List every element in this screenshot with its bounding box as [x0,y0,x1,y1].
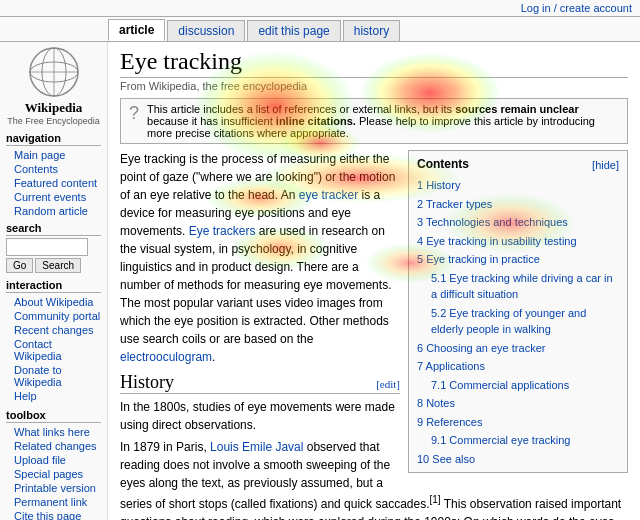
eye-tracker-link[interactable]: eye tracker [299,188,358,202]
contents-item: 1 History [417,176,619,195]
sidebar-item-related-changes[interactable]: Related changes [6,439,101,453]
contents-hide-link[interactable]: [hide] [592,157,619,174]
sidebar-item-whatlinks[interactable]: What links here [6,425,101,439]
search-section: search Go Search [6,222,101,273]
go-button[interactable]: Go [6,258,33,273]
contents-item: 5 Eye tracking in practice [417,250,619,269]
sidebar-item-random[interactable]: Random article [6,204,101,218]
interaction-section: interaction About Wikipedia Community po… [6,279,101,403]
sidebar-item-permanent[interactable]: Permanent link [6,495,101,509]
sidebar-item-current[interactable]: Current events [6,190,101,204]
javal-link[interactable]: Louis Emile Javal [210,440,303,454]
tab-edit[interactable]: edit this page [247,20,340,41]
tab-article[interactable]: article [108,19,165,41]
sidebar-item-contact[interactable]: Contact Wikipedia [6,337,101,363]
contents-item: 5.1 Eye tracking while driving a car in … [417,269,619,304]
sidebar: Wikipedia The Free Encyclopedia navigati… [0,42,108,520]
warning-icon: ? [129,103,139,124]
sidebar-item-cite[interactable]: Cite this page [6,509,101,520]
top-bar: Log in / create account [0,0,640,17]
eye-trackers-link[interactable]: Eye trackers [189,224,256,238]
tab-history[interactable]: history [343,20,400,41]
search-title: search [6,222,101,236]
search-buttons: Go Search [6,258,101,273]
contents-item: 6 Choosing an eye tracker [417,339,619,358]
sidebar-item-donate[interactable]: Donate to Wikipedia [6,363,101,389]
sidebar-item-contents[interactable]: Contents [6,162,101,176]
history-heading: History [edit] [120,372,400,394]
contents-title: Contents [417,155,469,173]
page-title: Eye tracking [120,48,628,78]
contents-link-6[interactable]: 6 Choosing an eye tracker [417,342,545,354]
interaction-title: interaction [6,279,101,293]
contents-link-51[interactable]: 5.1 Eye tracking while driving a car in … [431,272,613,301]
electrooculogram-link[interactable]: electrooculogram [120,350,212,364]
history-p2: In 1879 in Paris, Louis Emile Javal obse… [120,438,628,520]
sidebar-logo: Wikipedia The Free Encyclopedia [6,46,101,126]
contents-item: 3 Technologies and techniques [417,213,619,232]
history-heading-text: History [120,372,174,393]
contents-link-4[interactable]: 4 Eye tracking in usability testing [417,235,577,247]
article-body: Contents [hide] 1 History 2 Tracker type… [120,150,628,366]
main-layout: Wikipedia The Free Encyclopedia navigati… [0,42,640,520]
content-area: Eye tracking From Wikipedia, the free en… [108,42,640,520]
contents-link-3[interactable]: 3 Technologies and techniques [417,216,568,228]
contents-item: 7 Applications [417,357,619,376]
contents-item: 5.2 Eye tracking of younger and elderly … [417,304,619,339]
history-p1: In the 1800s, studies of eye movements w… [120,398,628,434]
sidebar-item-printable[interactable]: Printable version [6,481,101,495]
wikipedia-logo-icon [28,46,80,98]
tab-discussion[interactable]: discussion [167,20,245,41]
sidebar-item-recent[interactable]: Recent changes [6,323,101,337]
sidebar-item-upload[interactable]: Upload file [6,453,101,467]
contents-link-2[interactable]: 2 Tracker types [417,198,492,210]
contents-link-5[interactable]: 5 Eye tracking in practice [417,253,540,265]
sidebar-item-about[interactable]: About Wikipedia [6,295,101,309]
contents-item: 7.1 Commercial applications [417,376,619,395]
nav-title: navigation [6,132,101,146]
sidebar-item-main-page[interactable]: Main page [6,148,101,162]
contents-link-52[interactable]: 5.2 Eye tracking of younger and elderly … [431,307,586,336]
contents-item: 4 Eye tracking in usability testing [417,232,619,251]
search-input[interactable] [6,238,88,256]
logo-subtitle: The Free Encyclopedia [6,116,101,126]
contents-item: 2 Tracker types [417,195,619,214]
sidebar-item-featured[interactable]: Featured content [6,176,101,190]
nav-section: navigation Main page Contents Featured c… [6,132,101,218]
contents-link-7[interactable]: 7 Applications [417,360,485,372]
search-button[interactable]: Search [35,258,81,273]
sidebar-item-help[interactable]: Help [6,389,101,403]
logo-title: Wikipedia [6,100,101,116]
sidebar-item-community[interactable]: Community portal [6,309,101,323]
login-link[interactable]: Log in / create account [521,2,632,14]
history-edit-link[interactable]: [edit] [376,378,400,390]
tabs-bar: article discussion edit this page histor… [0,17,640,42]
toolbox-title: toolbox [6,409,101,423]
page-subtitle: From Wikipedia, the free encyclopedia [120,80,628,92]
toolbox-section: toolbox What links here Related changes … [6,409,101,520]
sidebar-item-special[interactable]: Special pages [6,467,101,481]
warning-text: This article includes a list of referenc… [147,103,619,139]
warning-box: ? This article includes a list of refere… [120,98,628,144]
contents-link-1[interactable]: 1 History [417,179,460,191]
contents-link-71[interactable]: 7.1 Commercial applications [431,379,569,391]
history-text: In the 1800s, studies of eye movements w… [120,398,628,520]
